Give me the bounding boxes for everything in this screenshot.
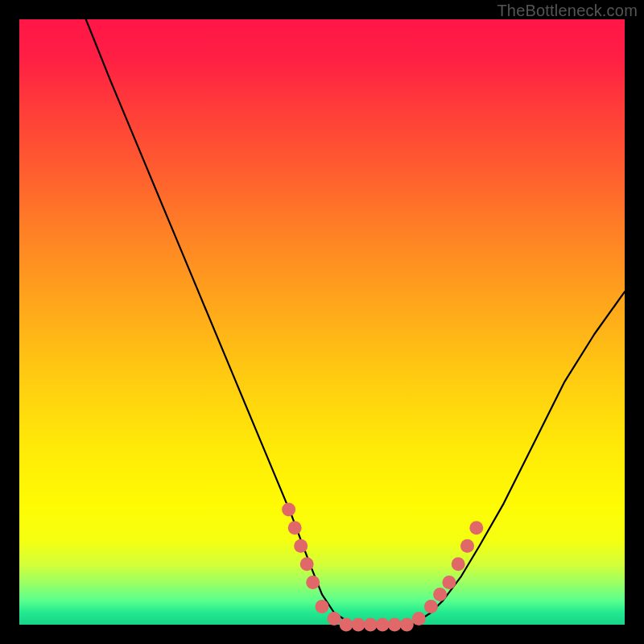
highlight-dot xyxy=(400,618,414,632)
highlight-dot xyxy=(288,521,302,535)
highlight-dot xyxy=(469,521,483,535)
highlight-dot xyxy=(452,557,465,571)
bottleneck-curve-line xyxy=(86,19,625,625)
highlight-dot xyxy=(306,576,320,589)
highlight-dot xyxy=(300,557,314,571)
chart-frame xyxy=(19,19,625,625)
highlight-dot xyxy=(442,576,456,589)
highlight-dot xyxy=(412,612,426,625)
highlight-dot xyxy=(460,539,474,553)
highlight-dot xyxy=(294,539,308,553)
highlight-dot xyxy=(352,618,365,632)
highlight-dots-group xyxy=(282,503,483,632)
chart-plot-area xyxy=(19,19,625,625)
highlight-dot xyxy=(328,612,341,625)
highlight-dot xyxy=(364,618,378,632)
watermark-text: TheBottleneck.com xyxy=(497,2,638,20)
highlight-dot xyxy=(316,600,329,613)
highlight-dot xyxy=(388,618,402,632)
highlight-dot xyxy=(433,588,447,601)
highlight-dot xyxy=(376,618,390,632)
highlight-dot xyxy=(282,503,295,517)
chart-svg xyxy=(19,19,625,625)
highlight-dot xyxy=(340,618,353,632)
highlight-dot xyxy=(424,600,438,613)
